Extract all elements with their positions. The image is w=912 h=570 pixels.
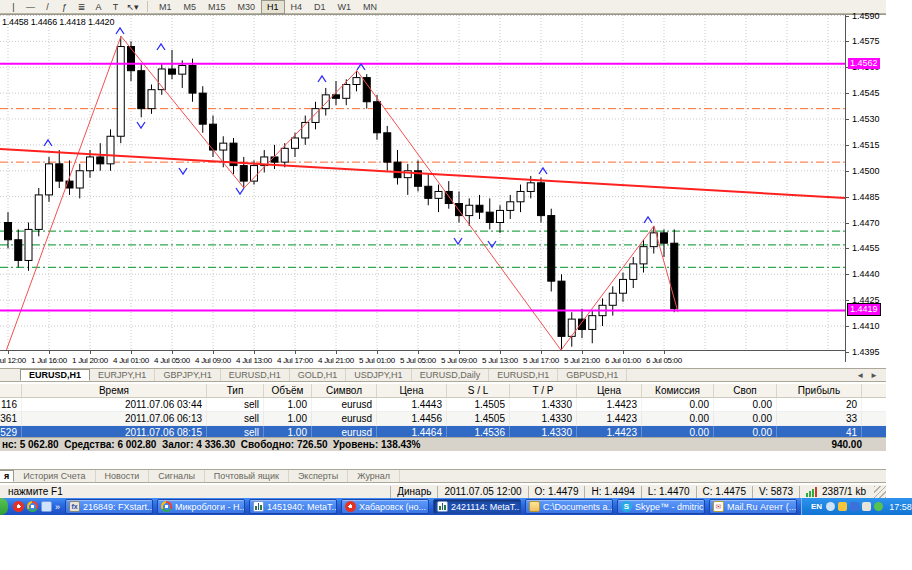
cell: 1.4330 <box>510 398 577 411</box>
chrome-quicklaunch-icon[interactable] <box>27 501 38 512</box>
column-header-1[interactable]: Время <box>22 384 207 397</box>
cell: 33 <box>777 412 862 425</box>
mt-icon <box>253 501 264 512</box>
chart-tab-eurusd-daily[interactable]: EURUSD,Daily <box>412 369 490 381</box>
column-header-10[interactable]: Своп <box>714 384 777 397</box>
task-button[interactable]: fx216849: FXstart... <box>65 499 153 514</box>
text-icon[interactable]: A <box>91 1 106 13</box>
arrows-dropdown-icon[interactable]: ↖▾ <box>125 1 140 13</box>
language-indicator[interactable]: EN <box>811 502 822 511</box>
start-button[interactable] <box>0 498 8 515</box>
chart-tab-eurusd-h1[interactable]: EURUSD,H1 <box>221 369 290 381</box>
terminal-tab-эксперты[interactable]: Эксперты <box>289 470 348 482</box>
period-button-mn[interactable]: MN <box>357 0 383 14</box>
column-header-3[interactable]: Объём <box>264 384 312 397</box>
status-profile[interactable]: Динарь <box>390 486 437 498</box>
price-tick <box>846 274 849 275</box>
column-header-5[interactable]: Цена <box>377 384 447 397</box>
status-bar: нажмите F1 Динарь 2011.07.05 12:00O: 1.4… <box>0 484 886 498</box>
agent-icon[interactable] <box>874 502 883 511</box>
status-candle-seg-0: 2011.07.05 12:00 <box>437 486 527 498</box>
task-button[interactable]: 1451940: MetaT... <box>249 499 337 514</box>
remote-icon[interactable] <box>826 502 835 511</box>
time-tick <box>623 351 624 354</box>
task-button[interactable]: Микроблоги - Н... <box>157 499 245 514</box>
cell: 116 <box>0 398 22 411</box>
signal-icon[interactable] <box>862 502 871 511</box>
task-button[interactable]: 2421114: MetaT... <box>433 499 521 514</box>
mt-icon <box>437 501 448 512</box>
period-button-h1[interactable]: H1 <box>261 0 285 14</box>
terminal-tab-почтовый-ящик[interactable]: Почтовый ящик <box>205 470 289 482</box>
chart-tab-eurusd-h1[interactable]: EURUSD,H1 <box>20 369 90 381</box>
time-tick <box>418 351 419 354</box>
period-button-m30[interactable]: M30 <box>232 0 262 14</box>
time-tick <box>213 351 214 354</box>
period-button-m1[interactable]: M1 <box>153 0 178 14</box>
period-button-m5[interactable]: M5 <box>178 0 203 14</box>
vertical-line-icon[interactable]: | <box>6 1 21 13</box>
cell: 1.4330 <box>510 412 577 425</box>
chrome-icon <box>161 501 172 512</box>
network-icon[interactable] <box>850 502 859 511</box>
resize-grip[interactable] <box>874 486 886 498</box>
chart-tab-gbpusd-h1[interactable]: GBPUSD,H1 <box>558 369 627 381</box>
time-tick <box>90 351 91 354</box>
task-button[interactable]: C:\Documents a... <box>525 499 613 514</box>
chart-tab-eurjpy-h1[interactable]: EURJPY,H1 <box>90 369 155 381</box>
period-button-h4[interactable]: H4 <box>285 0 309 14</box>
trendline-icon[interactable]: / <box>40 1 55 13</box>
period-button-w1[interactable]: W1 <box>332 0 358 14</box>
cell: eurusd <box>312 412 377 425</box>
column-header-9[interactable]: Комиссия <box>642 384 714 397</box>
column-header-8[interactable]: Цена <box>577 384 642 397</box>
cell: 1.4423 <box>577 398 642 411</box>
status-candle-seg-1: O: 1.4479 <box>528 486 585 498</box>
column-header-7[interactable]: T / P <box>510 384 577 397</box>
time-tick <box>664 351 665 354</box>
column-header-11[interactable]: Прибыль <box>777 384 862 397</box>
opera-quicklaunch-icon[interactable] <box>13 501 24 512</box>
status-candle-seg-5: V: 5873 <box>752 486 799 498</box>
period-button-d1[interactable]: D1 <box>308 0 332 14</box>
terminal-tab-новости[interactable]: Новости <box>96 470 150 482</box>
quick-launch-overflow-icon[interactable]: » <box>55 502 60 512</box>
price-axis-label: 1.4440 <box>852 269 880 279</box>
column-header-0[interactable] <box>0 384 22 397</box>
table-row[interactable]: 3612011.07.06 06:13sell1.00eurusd1.44561… <box>0 412 886 426</box>
opera-icon <box>345 501 356 512</box>
task-button[interactable]: SSkype™ - dmitric... <box>617 499 705 514</box>
tab-scroll-right[interactable]: ► <box>870 371 878 380</box>
tab-scroll-left[interactable]: ◄ <box>856 371 864 380</box>
price-tick <box>846 326 849 327</box>
table-row[interactable]: 1162011.07.06 03:44sell1.00eurusd1.44431… <box>0 398 886 412</box>
chart-tab-gold-h1[interactable]: GOLD,H1 <box>290 369 347 381</box>
column-header-2[interactable]: Тип <box>207 384 264 397</box>
time-axis[interactable]: 1 Jul 12:001 Jul 16:001 Jul 20:004 Jul 0… <box>0 350 845 368</box>
text-label-icon[interactable]: T <box>108 1 123 13</box>
channels-icon[interactable]: ≣ <box>74 1 89 13</box>
app-quicklaunch-icon[interactable] <box>41 501 52 512</box>
key-icon[interactable] <box>838 502 847 511</box>
chart-tab-eurusd-h1[interactable]: EURUSD,H1 <box>489 369 558 381</box>
column-header-6[interactable]: S / L <box>447 384 510 397</box>
terminal-tab-журнал[interactable]: Журнал <box>348 470 400 482</box>
column-header-4[interactable]: Символ <box>312 384 377 397</box>
chart-tab-usdjpy-h1[interactable]: USDJPY,H1 <box>346 369 411 381</box>
fibonacci-icon[interactable]: ƒ <box>57 1 72 13</box>
terminal-tab-история-счета[interactable]: История Счета <box>14 470 95 482</box>
price-axis[interactable]: 1.45901.45751.45601.45451.45301.45151.45… <box>845 15 887 362</box>
chart-tab-gbpjpy-h1[interactable]: GBPJPY,H1 <box>155 369 220 381</box>
price-chart[interactable] <box>0 15 845 350</box>
horizontal-line-icon[interactable]: — <box>23 1 38 13</box>
terminal-tab-сигналы[interactable]: Сигналы <box>149 470 205 482</box>
task-button[interactable]: ✉Mail.Ru Агент (... <box>709 499 797 514</box>
terminal-tab-trade-fragment[interactable]: я <box>0 470 14 482</box>
cell: 1.00 <box>264 398 312 411</box>
task-button[interactable]: Хабаровск (но... <box>341 499 429 514</box>
cell: 0.00 <box>642 398 714 411</box>
terminal-table-body: 1162011.07.06 03:44sell1.00eurusd1.44431… <box>0 398 886 440</box>
tray-icons <box>826 502 883 511</box>
clock[interactable]: 17:58 <box>889 502 912 512</box>
period-button-m15[interactable]: M15 <box>202 0 232 14</box>
